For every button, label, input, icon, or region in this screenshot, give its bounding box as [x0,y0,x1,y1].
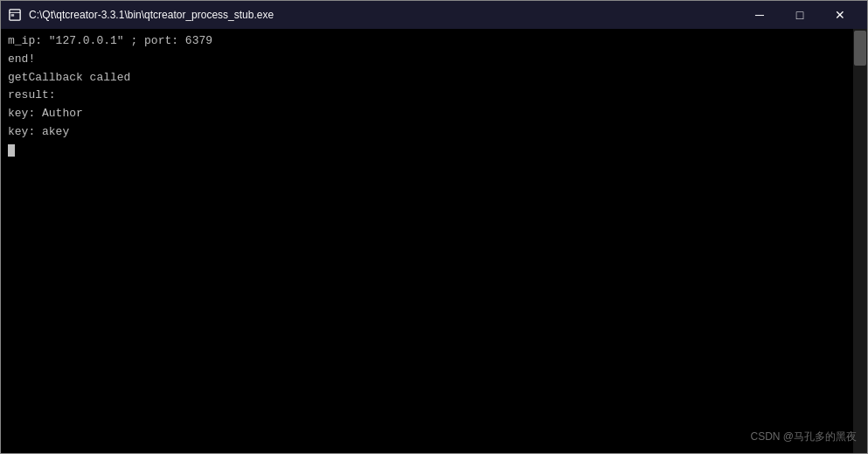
svg-rect-2 [11,14,15,17]
console-cursor [8,144,15,157]
close-button[interactable]: ✕ [820,1,860,29]
app-icon [8,8,22,22]
console-output: m_ip: "127.0.0.1" ; port: 6379 end! getC… [8,32,846,160]
window-title: C:\Qt\qtcreator-3.3.1\bin\qtcreator_proc… [29,9,740,21]
console-body: m_ip: "127.0.0.1" ; port: 6379 end! getC… [1,29,867,453]
minimize-button[interactable]: ─ [740,1,780,29]
console-content[interactable]: m_ip: "127.0.0.1" ; port: 6379 end! getC… [1,29,853,453]
scrollbar-thumb[interactable] [854,31,866,66]
title-bar: C:\Qt\qtcreator-3.3.1\bin\qtcreator_proc… [1,1,867,29]
window-controls: ─ □ ✕ [740,1,860,29]
watermark: CSDN @马孔多的黑夜 [750,430,857,444]
maximize-button[interactable]: □ [780,1,820,29]
window: C:\Qt\qtcreator-3.3.1\bin\qtcreator_proc… [0,0,868,454]
scrollbar[interactable] [853,29,867,453]
